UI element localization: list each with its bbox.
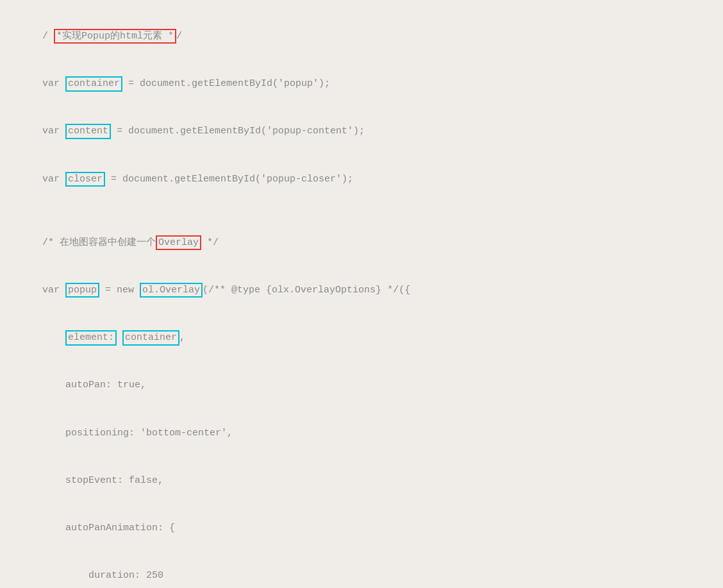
highlight-element-value: container xyxy=(122,330,179,346)
highlight-overlay-text: Overlay xyxy=(156,235,201,251)
comment-prefix: / xyxy=(42,31,54,42)
line-autopananim: autoPanAnimation: { xyxy=(19,505,704,552)
line-autopan: autoPan: true, xyxy=(19,362,704,410)
empty-line-1 xyxy=(19,203,704,219)
line-var-content: var content = document.getElementById('p… xyxy=(19,108,704,156)
line-var-closer: var closer = document.getElementById('po… xyxy=(19,156,704,203)
code-block: / *实现Popup的html元素 */ var container = doc… xyxy=(0,0,723,588)
line-element-container: element: container, xyxy=(19,314,704,362)
line-comment-html-element: / *实现Popup的html元素 */ xyxy=(19,13,704,60)
highlight-popup: popup xyxy=(65,283,99,298)
line-var-container: var container = document.getElementById(… xyxy=(19,60,704,108)
line-stopevent: stopEvent: false, xyxy=(19,457,704,505)
line-var-popup: var popup = new ol.Overlay(/** @type {ol… xyxy=(19,267,704,314)
line-positioning: positioning: 'bottom-center', xyxy=(19,410,704,457)
highlight-comment-text: *实现Popup的html元素 * xyxy=(54,29,176,44)
highlight-ol-overlay: ol.Overlay xyxy=(140,283,203,298)
highlight-closer: closer xyxy=(65,172,105,187)
line-duration: duration: 250 xyxy=(19,553,704,589)
highlight-content: content xyxy=(65,124,111,139)
line-comment-overlay: /* 在地图容器中创建一个Overlay */ xyxy=(19,219,704,267)
highlight-container: container xyxy=(65,76,122,92)
highlight-element-key: element: xyxy=(65,330,117,346)
